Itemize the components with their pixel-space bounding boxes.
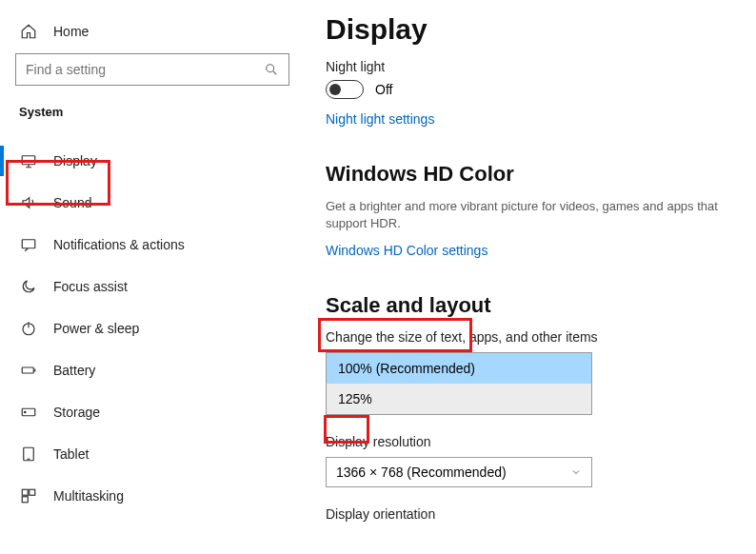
page-title: Display [326,13,739,46]
svg-rect-1 [22,156,35,165]
scale-dropdown[interactable]: 100% (Recommended) 125% [326,352,592,415]
home-button[interactable]: Home [0,17,305,53]
scale-option-125[interactable]: 125% [327,384,591,414]
svg-rect-8 [22,489,28,495]
tablet-icon [19,445,38,463]
settings-sidebar: Home System Display Sound Notifications … [0,0,305,554]
sidebar-item-multitasking[interactable]: Multitasking [0,475,305,517]
scale-layout-heading: Scale and layout [326,293,739,318]
home-label: Home [53,24,89,39]
resolution-label: Display resolution [326,434,739,449]
scale-option-100[interactable]: 100% (Recommended) [327,353,591,384]
home-icon [19,23,38,40]
resolution-value: 1366 × 768 (Recommended) [336,465,507,480]
message-icon [19,236,38,253]
hd-color-settings-link[interactable]: Windows HD Color settings [326,243,487,258]
svg-rect-4 [22,367,33,373]
sidebar-item-notifications[interactable]: Notifications & actions [0,224,305,266]
sidebar-item-label: Tablet [53,446,89,462]
search-icon [264,62,279,77]
sidebar-item-display[interactable]: Display [0,140,305,182]
sidebar-item-label: Focus assist [53,279,128,294]
night-light-settings-link[interactable]: Night light settings [326,111,434,127]
svg-rect-10 [22,497,28,503]
multitask-icon [19,487,38,505]
svg-point-6 [25,411,27,413]
sidebar-item-power-sleep[interactable]: Power & sleep [0,307,305,349]
svg-rect-2 [22,240,35,248]
night-light-toggle[interactable] [326,80,364,99]
sidebar-item-label: Multitasking [53,488,124,504]
night-light-state: Off [375,82,392,97]
svg-point-0 [267,65,274,72]
battery-icon [19,362,38,379]
svg-rect-9 [30,489,35,495]
search-box[interactable] [15,53,289,86]
sidebar-item-sound[interactable]: Sound [0,182,305,224]
scale-size-label: Change the size of text, apps, and other… [326,329,739,345]
sidebar-item-label: Power & sleep [53,321,139,336]
sidebar-item-storage[interactable]: Storage [0,391,305,433]
hd-color-desc: Get a brighter and more vibrant picture … [326,198,739,232]
resolution-dropdown[interactable]: 1366 × 768 (Recommended) [326,457,592,487]
moon-icon [19,278,38,295]
sidebar-item-label: Notifications & actions [53,237,185,252]
section-title: System [19,105,286,119]
sidebar-item-label: Display [53,153,97,168]
sidebar-item-focus-assist[interactable]: Focus assist [0,266,305,307]
orientation-label: Display orientation [326,506,739,522]
night-light-label: Night light [326,59,739,74]
hd-color-heading: Windows HD Color [326,162,739,187]
search-input[interactable] [26,62,264,77]
main-content: Display Night light Off Night light sett… [305,0,756,554]
sidebar-item-battery[interactable]: Battery [0,349,305,391]
storage-icon [19,404,38,421]
sidebar-item-label: Sound [53,195,91,210]
sidebar-item-label: Storage [53,405,100,420]
power-icon [19,320,38,337]
monitor-icon [19,152,38,169]
speaker-icon [19,194,38,211]
sidebar-item-tablet[interactable]: Tablet [0,433,305,475]
sidebar-item-label: Battery [53,363,95,378]
chevron-down-icon [570,466,582,478]
